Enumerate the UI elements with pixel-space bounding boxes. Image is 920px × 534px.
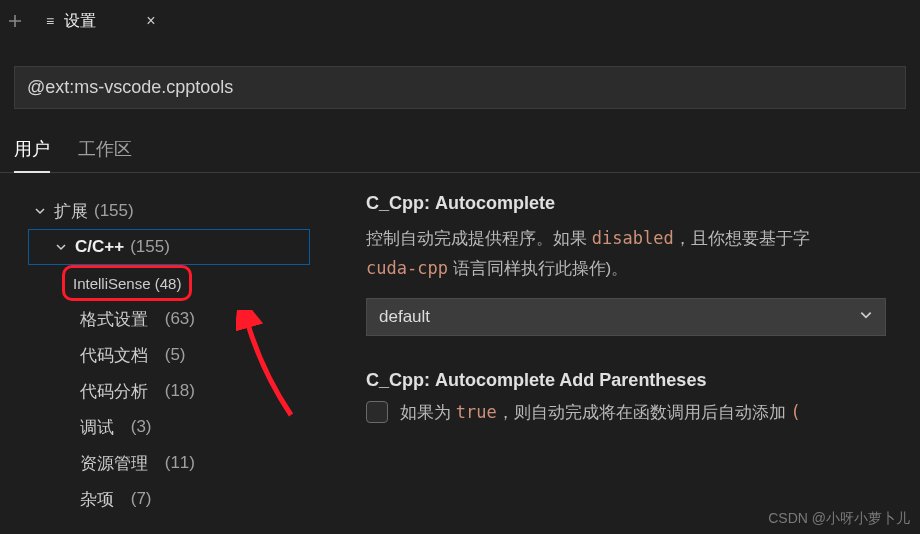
settings-search-input[interactable] — [14, 66, 906, 109]
setting-autocomplete-add-parentheses: C_Cpp: Autocomplete Add Parentheses 如果为 … — [366, 370, 920, 424]
tab-label: 设置 — [64, 11, 96, 32]
sidebar-item-intellisense[interactable]: IntelliSense (48) — [62, 265, 192, 301]
setting-name: Autocomplete — [435, 193, 555, 213]
tab-settings[interactable]: ≡ 设置 × — [30, 0, 176, 42]
sidebar-item-misc[interactable]: 杂项 (7) — [28, 481, 310, 517]
watermark: CSDN @小呀小萝卜儿 — [768, 510, 910, 528]
sidebar-item-codeanalysis[interactable]: 代码分析 (18) — [28, 373, 310, 409]
sidebar-item-codedocs[interactable]: 代码文档 (5) — [28, 337, 310, 373]
sidebar-item-extensions[interactable]: 扩展 (155) — [28, 193, 310, 229]
setting-name: Autocomplete Add Parentheses — [435, 370, 706, 390]
autocomplete-select[interactable]: default — [366, 298, 886, 336]
settings-list-icon: ≡ — [46, 13, 54, 29]
sidebar-item-resources[interactable]: 资源管理 (11) — [28, 445, 310, 481]
sidebar-item-debug[interactable]: 调试 (3) — [28, 409, 310, 445]
sidebar-item-ccpp[interactable]: C/C++ (155) — [28, 229, 310, 265]
add-parentheses-checkbox[interactable] — [366, 401, 388, 423]
chevron-down-icon — [859, 307, 873, 327]
sidebar-item-formatting[interactable]: 格式设置 (63) — [28, 301, 310, 337]
settings-sidebar: 扩展 (155) C/C++ (155) IntelliSense (48) 格… — [0, 193, 310, 517]
setting-autocomplete: C_Cpp: Autocomplete 控制自动完成提供程序。如果 disabl… — [366, 193, 920, 336]
close-icon[interactable]: × — [146, 12, 155, 30]
setting-description: 如果为 true，则自动完成将在函数调用后自动添加 ( — [400, 401, 801, 424]
setting-prefix: C_Cpp: — [366, 370, 430, 390]
setting-description: 控制自动完成提供程序。如果 disabled，且你想要基于字 cuda-cpp … — [366, 224, 920, 284]
chevron-down-icon — [53, 241, 69, 253]
scope-tab-workspace[interactable]: 工作区 — [78, 137, 132, 172]
chevron-down-icon — [32, 205, 48, 217]
settings-main: C_Cpp: Autocomplete 控制自动完成提供程序。如果 disabl… — [310, 193, 920, 517]
setting-prefix: C_Cpp: — [366, 193, 430, 213]
new-tab-button[interactable] — [0, 0, 30, 42]
scope-tab-user[interactable]: 用户 — [14, 137, 50, 173]
